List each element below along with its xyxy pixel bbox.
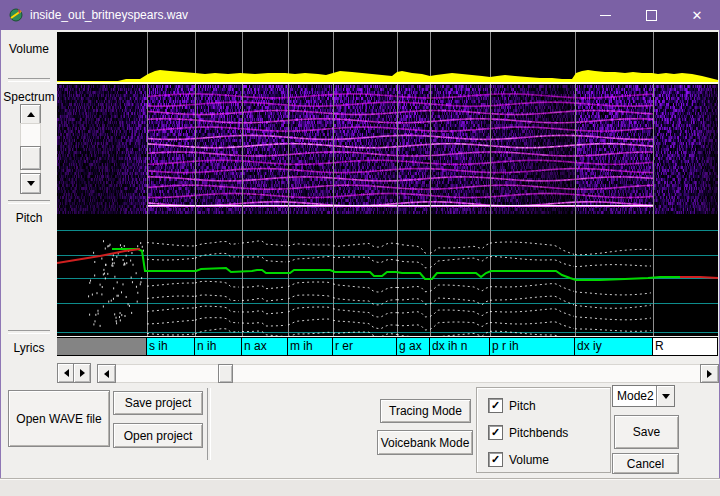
lyric-segment[interactable]: r er [333,338,397,355]
lyric-segment[interactable]: dx iy [575,338,653,355]
pitch-panel-label: Pitch [1,211,57,225]
minimize-icon [600,15,611,16]
spectrum-canvas[interactable] [57,85,718,214]
lyric-segment[interactable]: dx ih n [430,338,490,355]
lyric-segment[interactable]: g ax [397,338,430,355]
timeline-scroll-left-button[interactable] [97,364,116,383]
lyric-segment[interactable]: s ih [147,338,195,355]
down-arrow-icon [27,181,35,186]
mode-select[interactable]: Mode2 [612,385,675,407]
up-arrow-icon [27,112,35,117]
chevron-down-icon [662,394,670,399]
close-button[interactable]: ✕ [674,0,720,30]
lyric-segment[interactable]: p r ih [490,338,575,355]
step-forward-button[interactable] [73,363,91,383]
lyric-segment[interactable]: n ax [242,338,288,355]
divider [8,330,50,334]
cancel-button[interactable]: Cancel [612,453,679,474]
divider [207,388,211,460]
mode-select-value: Mode2 [613,389,656,403]
check-icon: ✓ [491,400,500,411]
lyric-segment[interactable]: m ih [288,338,333,355]
save-button[interactable]: Save [614,415,679,449]
window-title: inside_out_britneyspears.wav [30,8,188,22]
sidebar: Volume Spectrum Pitch Lyrics [1,30,57,362]
divider [8,78,50,82]
timeline-scroll-right-button[interactable] [700,364,719,383]
pitch-checkbox-label: Pitch [509,399,536,413]
save-project-button[interactable]: Save project [113,391,203,415]
app-icon [8,7,24,23]
open-wave-file-button[interactable]: Open WAVE file [8,390,110,447]
check-icon: ✓ [491,454,500,465]
dropdown-button[interactable] [656,386,674,406]
pitchbends-checkbox-label: Pitchbends [509,426,568,440]
divider [8,200,50,204]
left-arrow-icon [104,370,109,378]
pitch-canvas[interactable] [57,214,718,336]
timeline-scrollbar-track[interactable] [97,364,719,383]
check-icon: ✓ [491,427,500,438]
titlebar: inside_out_britneyspears.wav ✕ [0,0,720,30]
volume-canvas[interactable] [57,32,718,85]
open-project-button[interactable]: Open project [113,423,203,448]
spectrum-scroll-up-button[interactable] [20,104,41,125]
lyric-segment[interactable]: n ih [195,338,242,355]
minimize-button[interactable] [582,0,628,30]
right-arrow-icon [707,370,712,378]
tracing-mode-button[interactable]: Tracing Mode [380,399,471,423]
left-arrow-icon [64,369,69,377]
lyric-segment[interactable]: R [653,338,718,355]
timeline-scrollbar-thumb[interactable] [218,364,233,383]
volume-checkbox-label: Volume [509,453,549,467]
checkbox-icon: ✓ [488,452,503,467]
maximize-button[interactable] [628,0,674,30]
spectrum-panel-label: Spectrum [1,90,57,104]
app-window: inside_out_britneyspears.wav ✕ Volume Sp… [0,0,720,496]
spectrum-scrollbar-thumb[interactable] [20,146,41,170]
volume-panel-label: Volume [1,42,57,56]
window-controls: ✕ [582,0,720,30]
pitch-checkbox[interactable]: ✓ Pitch [488,398,536,413]
status-bar [0,478,720,496]
lyric-segment[interactable] [57,338,147,355]
lyrics-row: s ihn ihn axm ihr erg axdx ih np r ihdx … [57,337,718,356]
right-arrow-icon [80,369,85,377]
lyrics-panel-label: Lyrics [1,341,57,355]
spectrum-scroll-down-button[interactable] [20,173,41,194]
checkbox-icon: ✓ [488,398,503,413]
voicebank-mode-button[interactable]: Voicebank Mode [377,430,473,455]
checkbox-icon: ✓ [488,425,503,440]
volume-checkbox[interactable]: ✓ Volume [488,452,549,467]
close-icon: ✕ [692,9,703,22]
pitchbends-checkbox[interactable]: ✓ Pitchbends [488,425,568,440]
maximize-icon [646,10,657,21]
